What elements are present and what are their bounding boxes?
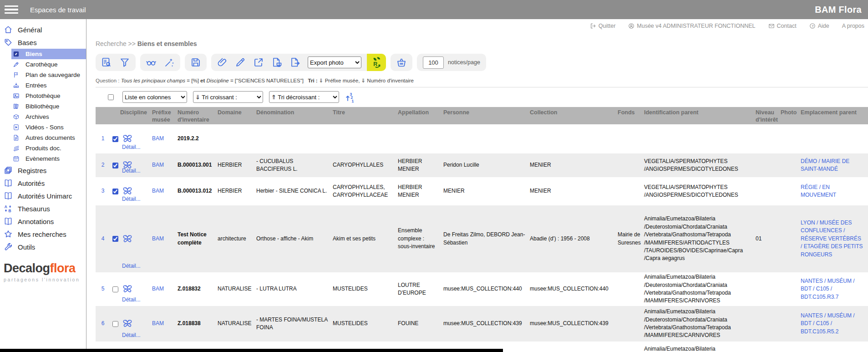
cell-emplacement-parent[interactable]: NANTES / MUSÉUM / BDT / C105 / BDT.C105.…: [801, 306, 868, 342]
filter-icon: [119, 57, 130, 68]
sort-ascending-select[interactable]: ⇓ Tri croissant :: [193, 91, 263, 103]
sidebar-item-evenements[interactable]: Evènements: [11, 153, 86, 164]
column-header-discipline: Discipline: [120, 109, 152, 124]
detail-link[interactable]: Détail...: [122, 195, 141, 203]
detail-link[interactable]: Détail...: [122, 332, 141, 339]
cell-domaine: [218, 124, 256, 153]
cell-emplacement-parent[interactable]: NANTES / MUSÉUM / BDT / C105 / BDT.C105.…: [801, 272, 868, 306]
sidebar-item-mes-recherches[interactable]: Mes recherches: [0, 228, 86, 240]
decalog-flora-logo: Decalogflora partageons l'innovation: [4, 261, 86, 282]
apropos-label: A propos: [842, 23, 864, 29]
results-list-button[interactable]: [101, 57, 112, 68]
row-number[interactable]: 2: [96, 153, 110, 177]
sidebar-item-annotations[interactable]: Annotations: [0, 215, 86, 228]
run-export-button[interactable]: [367, 54, 386, 71]
detail-link[interactable]: Détail...: [122, 143, 141, 151]
cell-prefixe-musee[interactable]: BAM: [152, 124, 178, 153]
sidebar-item-biens[interactable]: Biens: [11, 49, 86, 59]
display-mode-select[interactable]: Liste en colonnes: [122, 91, 187, 103]
magic-wand-button[interactable]: [164, 57, 175, 68]
row-checkbox[interactable]: [112, 321, 118, 327]
sidebar-item-videos-sons[interactable]: Vidéos - Sons: [11, 122, 86, 133]
breadcrumb: Recherche >> Biens et ensembles: [96, 40, 868, 47]
save-button[interactable]: [190, 57, 201, 68]
basket-button[interactable]: [396, 57, 407, 68]
row-checkbox[interactable]: [112, 286, 118, 292]
sidebar-item-thesaurus[interactable]: Thesaurus: [0, 202, 86, 215]
book-icon: [4, 191, 13, 200]
sidebar-item-carotheque[interactable]: Carothèque: [11, 59, 86, 70]
cell-emplacement-parent[interactable]: DÉMO / MAIRIE DE SAINT-MANDÉ: [801, 153, 868, 177]
sidebar-item-phototheque[interactable]: Photothèque: [11, 91, 86, 101]
row-checkbox[interactable]: [112, 236, 118, 242]
row-number[interactable]: 4: [96, 205, 110, 272]
cell-emplacement-parent[interactable]: [801, 342, 868, 352]
export-photo-select[interactable]: Export photo: [308, 56, 361, 68]
row-number[interactable]: 3: [96, 177, 110, 205]
row-checkbox[interactable]: [112, 163, 118, 168]
edit-button[interactable]: [235, 57, 246, 68]
cell-appellation: HERBIER MENIER: [398, 153, 443, 177]
row-number[interactable]: 1: [96, 124, 110, 153]
sidebar-item-produits-doc[interactable]: Produits doc.: [11, 143, 86, 153]
sort-order-button[interactable]: [345, 92, 355, 103]
row-number[interactable]: 6: [96, 306, 110, 342]
cell-niveau-interet: [756, 306, 781, 342]
view-button[interactable]: [146, 57, 157, 68]
cell-photo: [781, 205, 801, 272]
cell-emplacement-parent[interactable]: RÉGIE / EN MOUVEMENT: [801, 177, 868, 205]
sidebar-item-autres-documents[interactable]: Autres documents: [11, 133, 86, 143]
column-header-blank-1: [110, 109, 120, 124]
select-all-checkbox[interactable]: [108, 94, 114, 100]
sidebar-item-archives[interactable]: Archives: [11, 112, 86, 122]
sidebar-item-entrees[interactable]: Entrées: [11, 80, 86, 91]
export-document-button[interactable]: [289, 57, 300, 68]
detail-link[interactable]: Détail...: [122, 167, 141, 175]
inbox-icon: [13, 82, 20, 89]
sidebar-item-label: Thesaurus: [18, 205, 50, 213]
cell-denomination: Herbier - SILENE CONICA L.: [256, 177, 333, 205]
detail-link[interactable]: Détail...: [122, 262, 141, 270]
box-icon: [13, 113, 20, 120]
cell-emplacement-parent[interactable]: LYON / MUSÉE DES CONFLUENCES / RÉSERVE V…: [801, 205, 868, 272]
detail-link[interactable]: Détail...: [122, 296, 141, 304]
sidebar-item-plan-de-sauvegarde[interactable]: Plan de sauvegarde: [11, 70, 86, 80]
cell-identification-parent: VEGETALIA/SPERMATOPHYTES /ANGIOSPERMES/D…: [644, 177, 756, 205]
row-checkbox[interactable]: [112, 136, 118, 142]
cell-personne: MENIER: [443, 177, 530, 205]
cell-photo: [781, 177, 801, 205]
external-link-button[interactable]: [253, 57, 264, 68]
discipline-cell: Détail...: [120, 205, 152, 272]
sidebar-item-bibliotheque[interactable]: Bibliothèque: [11, 101, 86, 112]
user-account-link[interactable]: Musée v4 ADMINISTRATEUR FONCTIONNEL: [628, 23, 755, 29]
quitter-link[interactable]: Quitter: [590, 23, 616, 29]
divider-line: [96, 87, 868, 87]
cell-prefixe-musee[interactable]: BAM: [152, 306, 178, 342]
row-checkbox[interactable]: [112, 189, 118, 194]
sidebar-item-general[interactable]: Général: [0, 23, 86, 36]
cell-prefixe-musee[interactable]: BAM: [152, 177, 178, 205]
cell-collection: MENIER: [530, 153, 618, 177]
cell-niveau-interet: [756, 272, 781, 306]
column-header-numero-d-inventaire: Numéro d'inventaire: [178, 109, 218, 124]
notices-per-page-input[interactable]: [423, 56, 444, 69]
cell-prefixe-musee[interactable]: BAM: [152, 205, 178, 272]
apropos-link[interactable]: A propos: [842, 23, 864, 29]
sidebar-item-registres[interactable]: Registres: [0, 164, 86, 177]
sidebar-item-autorites[interactable]: Autorités: [0, 177, 86, 189]
contact-link[interactable]: Contact: [768, 23, 797, 29]
hamburger-menu-icon[interactable]: [5, 4, 18, 16]
sidebar-item-bases[interactable]: Bases: [0, 36, 86, 49]
sort-descending-select[interactable]: ⇑ Tri décroissant :: [269, 91, 339, 103]
cell-prefixe-musee[interactable]: BAM: [152, 272, 178, 306]
print-document-button[interactable]: [271, 57, 282, 68]
cell-emplacement-parent[interactable]: [801, 124, 868, 153]
aide-link[interactable]: Aide: [809, 23, 829, 29]
sidebar-item-outils[interactable]: Outils: [0, 240, 86, 253]
attach-button[interactable]: [217, 57, 228, 68]
top-bar: Espaces de travail BAM Flora: [0, 0, 868, 19]
cell-prefixe-musee[interactable]: BAM: [152, 153, 178, 177]
row-number[interactable]: 5: [96, 272, 110, 306]
sidebar-item-autorites-unimarc[interactable]: Autorités Unimarc: [0, 189, 86, 202]
filter-button[interactable]: [119, 57, 130, 68]
